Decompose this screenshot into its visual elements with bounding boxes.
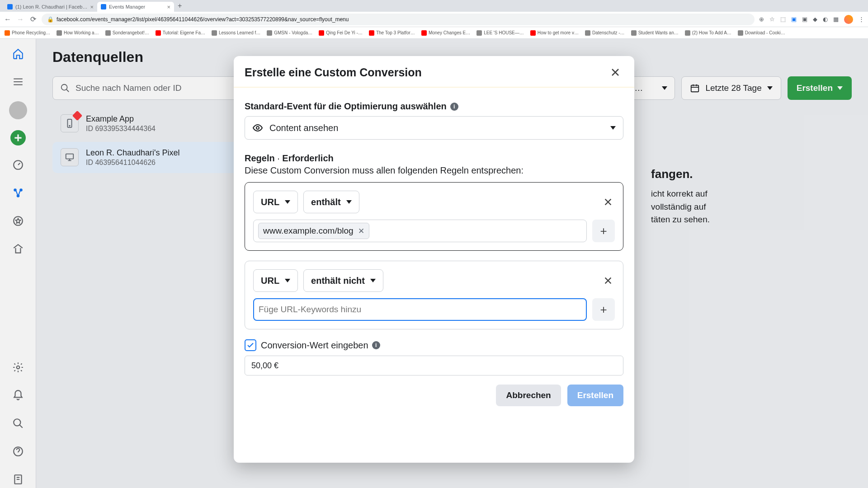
extension-icon[interactable]: ▦ <box>833 16 839 23</box>
create-button[interactable]: Erstellen <box>788 76 852 100</box>
star-icon[interactable]: ☆ <box>769 16 775 23</box>
modal-title: Erstelle eine Custom Conversion <box>245 66 422 79</box>
report-icon[interactable] <box>9 471 27 488</box>
events-icon[interactable] <box>9 184 27 202</box>
reload-button[interactable]: ⟳ <box>29 15 37 23</box>
back-button[interactable]: ← <box>4 15 12 23</box>
remove-rule-button[interactable] <box>601 195 615 209</box>
chevron-down-icon <box>285 279 290 282</box>
zoom-icon[interactable]: ⊕ <box>759 16 764 23</box>
close-icon[interactable]: × <box>167 4 170 10</box>
extension-icon[interactable]: ◆ <box>813 16 817 23</box>
info-icon[interactable]: i <box>372 341 380 349</box>
svg-point-5 <box>16 366 19 369</box>
info-icon[interactable]: i <box>450 103 458 111</box>
profile-avatar[interactable] <box>844 15 853 24</box>
home-icon[interactable] <box>9 45 27 62</box>
search-icon[interactable] <box>9 415 27 432</box>
gauge-icon[interactable] <box>9 156 27 174</box>
keyword-tag: www.example.com/blog ✕ <box>258 223 369 239</box>
bookmark[interactable]: Download - Cooki… <box>738 30 785 36</box>
bookmark[interactable]: Lessons Learned f… <box>212 30 260 36</box>
close-icon[interactable]: × <box>90 4 94 10</box>
create-icon[interactable] <box>10 130 26 145</box>
forward-button[interactable]: → <box>16 15 24 23</box>
search-placeholder: Suche nach Namen oder ID <box>75 83 181 93</box>
help-icon[interactable] <box>9 443 27 460</box>
rule-operator-select[interactable]: enthält <box>303 191 359 213</box>
facebook-icon <box>7 4 13 9</box>
data-source-item[interactable]: Leon R. Chaudhari's Pixel ID 46395641104… <box>52 142 242 173</box>
bookmark[interactable]: Phone Recycling… <box>5 30 50 36</box>
chevron-down-icon <box>370 279 376 282</box>
extension-icon[interactable]: ▣ <box>802 16 807 23</box>
bookmark[interactable]: Sonderangebot!… <box>105 30 149 36</box>
conversion-value-checkbox[interactable] <box>245 339 256 351</box>
cancel-button[interactable]: Abbrechen <box>496 385 561 406</box>
conversion-value-label: Conversion-Wert eingeben i <box>261 340 380 351</box>
submit-button[interactable]: Erstellen <box>567 385 623 406</box>
chevron-down-icon <box>837 86 843 90</box>
rules-heading: Regeln · Erforderlich <box>245 153 623 164</box>
extension-icon[interactable]: ◐ <box>823 16 828 23</box>
lock-icon: 🔒 <box>47 16 54 23</box>
browser-tab-active[interactable]: Events Manager × <box>97 2 174 12</box>
conversion-value-input[interactable] <box>245 356 623 375</box>
close-button[interactable] <box>607 64 623 80</box>
keyword-text-field[interactable] <box>259 305 581 314</box>
create-label: Erstellen <box>797 83 833 93</box>
bookmark[interactable]: Student Wants an… <box>631 30 679 36</box>
remove-rule-button[interactable] <box>601 274 615 287</box>
url-text: facebook.com/events_manager2/list/pixel/… <box>57 16 349 23</box>
url-keyword-input[interactable] <box>253 298 587 321</box>
translate-icon[interactable]: ⬚ <box>780 16 786 23</box>
extension-icon[interactable]: ▣ <box>791 16 797 23</box>
data-source-item[interactable]: Example App ID 693395334444364 <box>52 108 242 139</box>
rule-type-select[interactable]: URL <box>253 269 298 292</box>
bookmarks-bar: Phone Recycling… How Working a… Sonderan… <box>0 27 868 39</box>
bookmark[interactable]: GMSN - Vologda… <box>267 30 312 36</box>
add-keyword-button[interactable]: + <box>592 298 615 321</box>
star-icon[interactable] <box>9 212 27 230</box>
new-tab-button[interactable]: + <box>174 2 185 10</box>
bookmark[interactable]: Money Changes E… <box>421 30 470 36</box>
bookmark[interactable]: Tutorial: Eigene Fa… <box>156 30 205 36</box>
add-keyword-button[interactable]: + <box>592 220 615 242</box>
chevron-down-icon <box>346 200 352 204</box>
url-input[interactable]: 🔒 facebook.com/events_manager2/list/pixe… <box>42 14 755 25</box>
remove-tag-icon[interactable]: ✕ <box>358 226 364 236</box>
menu-icon[interactable]: ⋮ <box>859 16 864 23</box>
background-panel-text: fangen. icht korrekt auf vollständig auf… <box>651 165 710 226</box>
bookmark[interactable]: Datenschutz -… <box>585 30 625 36</box>
tab-title: (1) Leon R. Chaudhari | Faceb… <box>15 4 87 9</box>
date-range-label: Letzte 28 Tage <box>705 83 761 93</box>
standard-event-select[interactable]: Content ansehen <box>245 116 623 140</box>
chevron-down-icon <box>285 200 290 204</box>
eye-icon <box>252 122 263 133</box>
bookmark[interactable]: Qing Fei De Yi -… <box>319 30 363 36</box>
rule-operator-select[interactable]: enthält nicht <box>303 269 383 292</box>
data-source-id: ID 463956411044626 <box>86 159 180 167</box>
browser-tab[interactable]: (1) Leon R. Chaudhari | Faceb… × <box>4 2 97 12</box>
left-navigation-rail <box>0 39 36 488</box>
rule-type-select[interactable]: URL <box>253 191 298 213</box>
bookmark[interactable]: How to get more v… <box>530 30 579 36</box>
data-source-id: ID 693395334444364 <box>86 125 156 133</box>
bookmark[interactable]: The Top 3 Platfor… <box>369 30 415 36</box>
check-icon <box>246 341 255 349</box>
search-input[interactable]: Suche nach Namen oder ID <box>52 76 242 100</box>
date-range-selector[interactable]: Letzte 28 Tage <box>681 76 781 100</box>
tag-icon[interactable] <box>9 240 27 258</box>
data-source-list: Example App ID 693395334444364 Leon R. C… <box>52 108 242 173</box>
url-keyword-input[interactable]: www.example.com/blog ✕ <box>253 220 587 242</box>
bookmark[interactable]: LEE 'S HOUSE—… <box>476 30 524 36</box>
browser-actions: ⊕ ☆ ⬚ ▣ ▣ ◆ ◐ ▦ ⋮ <box>759 15 864 24</box>
bookmark[interactable]: (2) How To Add A… <box>685 30 731 36</box>
menu-icon[interactable] <box>9 73 27 90</box>
bookmark[interactable]: How Working a… <box>57 30 99 36</box>
rule-card: URL enthält nicht + <box>245 261 623 329</box>
bell-icon[interactable] <box>9 387 27 404</box>
user-avatar[interactable] <box>9 101 27 119</box>
settings-icon[interactable] <box>9 359 27 376</box>
svg-point-6 <box>14 419 20 426</box>
